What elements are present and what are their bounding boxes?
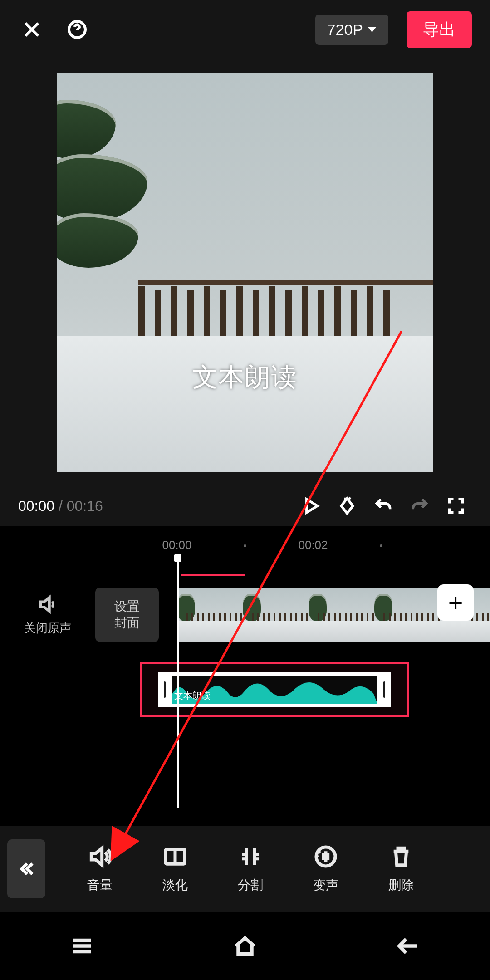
- marker-line: [181, 574, 245, 576]
- ruler-tick: 00:00: [162, 538, 191, 552]
- edit-toolbar: 音量 淡化 分割 变声 删除: [0, 826, 490, 912]
- delete-icon: [388, 844, 414, 869]
- time-ruler[interactable]: 00:00 00:02: [0, 538, 490, 561]
- speaker-icon: [37, 594, 58, 615]
- current-time: 00:00: [18, 498, 54, 514]
- clip-thumb: [309, 588, 374, 642]
- redo-icon: [410, 496, 430, 516]
- tool-split[interactable]: 分割: [216, 844, 285, 894]
- duration: 00:16: [67, 498, 103, 514]
- system-navbar: [0, 912, 490, 980]
- preview-area[interactable]: 文本朗读: [0, 59, 490, 485]
- nav-back-button[interactable]: [395, 932, 422, 960]
- preview-text-overlay: 文本朗读: [57, 360, 433, 395]
- fullscreen-button[interactable]: [440, 490, 472, 522]
- help-button[interactable]: [64, 16, 91, 43]
- playhead[interactable]: [177, 561, 179, 808]
- undo-icon: [373, 496, 393, 516]
- close-button[interactable]: [18, 16, 45, 43]
- nav-menu-button[interactable]: [68, 932, 95, 960]
- mute-original-button[interactable]: 关闭原声: [0, 594, 95, 636]
- play-icon: [301, 496, 321, 516]
- clip-handle-right[interactable]: [377, 672, 391, 707]
- keyframe-button[interactable]: [331, 490, 363, 522]
- fullscreen-icon: [446, 496, 466, 516]
- clip-thumb: [177, 588, 243, 642]
- back-icon: [395, 932, 422, 960]
- ruler-dot: [244, 544, 246, 547]
- audio-clip-label: 文本朗读: [174, 690, 211, 702]
- timeline[interactable]: 00:00 00:02 关闭原声 设置 封面 +: [0, 526, 490, 862]
- fade-icon: [162, 844, 188, 869]
- ruler-dot: [380, 544, 382, 547]
- volume-icon: [87, 844, 113, 869]
- chevron-double-left-icon: [17, 860, 35, 878]
- undo-button[interactable]: [368, 490, 399, 522]
- tool-fade[interactable]: 淡化: [141, 844, 210, 894]
- resolution-selector[interactable]: 720P: [315, 15, 388, 45]
- tool-voice-change[interactable]: 变声: [291, 844, 360, 894]
- home-icon: [231, 932, 259, 960]
- resolution-label: 720P: [327, 21, 363, 39]
- audio-clip[interactable]: 文本朗读: [158, 672, 391, 707]
- split-icon: [238, 844, 263, 869]
- audio-track-highlight: 文本朗读: [140, 662, 409, 717]
- time-readout: 00:00 / 00:16: [18, 498, 103, 514]
- export-button[interactable]: 导出: [407, 11, 472, 48]
- clip-thumb: [374, 588, 440, 642]
- preview-frame: 文本朗读: [57, 73, 433, 472]
- plus-icon: +: [448, 588, 463, 617]
- ruler-tick: 00:02: [298, 538, 328, 552]
- add-clip-button[interactable]: +: [437, 584, 474, 621]
- clip-thumb: [243, 588, 309, 642]
- tool-volume[interactable]: 音量: [65, 844, 134, 894]
- chevron-down-icon: [368, 27, 377, 32]
- nav-home-button[interactable]: [231, 932, 259, 960]
- play-button[interactable]: [295, 490, 327, 522]
- menu-icon: [68, 932, 95, 960]
- back-button[interactable]: [7, 839, 45, 898]
- voice-change-icon: [313, 844, 338, 869]
- keyframe-icon: [337, 496, 357, 516]
- set-cover-button[interactable]: 设置 封面: [95, 588, 159, 642]
- help-icon: [66, 19, 88, 40]
- clip-handle-left[interactable]: [158, 672, 172, 707]
- audio-waveform: 文本朗读: [172, 676, 377, 704]
- redo-button[interactable]: [404, 490, 436, 522]
- close-icon: [21, 19, 43, 40]
- tool-delete[interactable]: 删除: [367, 844, 436, 894]
- mute-original-label: 关闭原声: [24, 620, 71, 636]
